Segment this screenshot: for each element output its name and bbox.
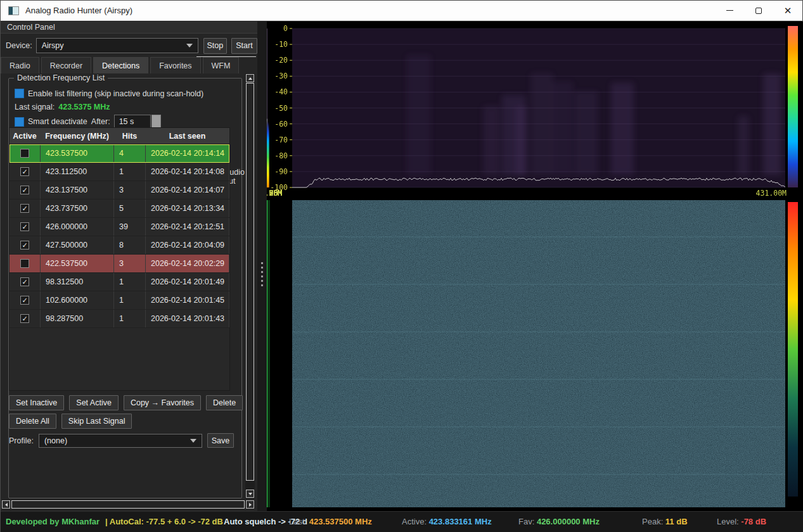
hits-cell: 1: [114, 163, 146, 180]
svg-text:-30: -30: [274, 72, 288, 80]
groupbox-title: Detection Frequency List: [14, 73, 108, 82]
column-header-3[interactable]: Last seen: [146, 128, 229, 144]
stop-button[interactable]: Stop: [203, 38, 227, 54]
after-label: After:: [91, 117, 110, 126]
delete-button[interactable]: Delete: [206, 395, 243, 410]
set-inactive-button[interactable]: Set Inactive: [9, 395, 64, 410]
horizontal-scrollbar[interactable]: [2, 500, 255, 509]
app-icon: [8, 6, 19, 15]
table-row[interactable]: ✓423.11250012026-02-14 20:14:08: [10, 163, 229, 181]
svg-text:-20: -20: [274, 56, 288, 65]
device-select[interactable]: Airspy: [36, 38, 198, 53]
active-checkbox[interactable]: ✓: [20, 222, 29, 231]
maximize-button[interactable]: [744, 1, 773, 20]
last-seen-cell: 2026-02-14 20:01:45: [146, 291, 229, 309]
arrow-up-icon: [248, 77, 252, 80]
delete-all-button[interactable]: Delete All: [9, 414, 56, 429]
svg-text:-40: -40: [274, 87, 288, 96]
hits-cell: 1: [114, 310, 146, 327]
table-row[interactable]: ✓98.28750012026-02-14 20:01:43: [10, 310, 229, 328]
table-row[interactable]: 423.53750042026-02-14 20:14:14: [10, 144, 229, 163]
svg-text:-60: -60: [274, 120, 288, 129]
scroll-down-button[interactable]: [246, 490, 254, 498]
table-row[interactable]: ✓423.73750052026-02-14 20:13:34: [10, 200, 229, 218]
tab-detections[interactable]: Detections: [93, 57, 148, 73]
status-segment: Developed by MKhanfar: [6, 517, 100, 526]
profile-select[interactable]: (none): [39, 434, 202, 448]
last-signal-label: Last signal:: [15, 103, 55, 111]
start-button[interactable]: Start: [231, 38, 257, 54]
horizontal-scroll-thumb[interactable]: [11, 500, 245, 509]
svg-text:-80: -80: [274, 151, 288, 160]
frequency-cell: 423.137500: [41, 181, 114, 199]
table-row[interactable]: ✓102.60000012026-02-14 20:01:45: [10, 291, 229, 310]
device-label: Device:: [6, 41, 32, 50]
spectrum-waterfall-display[interactable]: 0-10-20-30-40-50-60-70-80-90-100421.00M4…: [267, 22, 803, 511]
copy-favorites-button[interactable]: Copy → Favorites: [124, 395, 201, 410]
table-row[interactable]: ✓427.50000082026-02-14 20:04:09: [10, 236, 229, 255]
device-value: Airspy: [42, 41, 64, 50]
scroll-left-button[interactable]: [2, 500, 10, 509]
vertical-scrollbar[interactable]: [245, 73, 255, 498]
active-checkbox[interactable]: ✓: [20, 314, 29, 323]
tab-pane-border: [196, 56, 256, 57]
scroll-right-button[interactable]: [246, 500, 254, 509]
frequency-cell: 98.312500: [41, 273, 114, 291]
splitter-grip-icon: [261, 262, 263, 286]
after-spinner[interactable]: [151, 115, 161, 129]
app-window: Analog Radio Hunter (Airspy) ✕ Control P…: [0, 0, 803, 532]
active-checkbox[interactable]: ✓: [20, 277, 29, 286]
enable-filtering-label: Enable list filtering (skip inactive dur…: [28, 89, 203, 98]
active-checkbox[interactable]: [20, 149, 29, 158]
active-checkbox[interactable]: ✓: [20, 241, 29, 250]
close-icon: ✕: [784, 6, 792, 15]
detection-table: ActiveFrequency (MHz)HitsLast seen423.53…: [9, 127, 230, 391]
active-checkbox[interactable]: [20, 259, 29, 268]
hits-cell: 3: [114, 181, 146, 199]
close-button[interactable]: ✕: [773, 1, 802, 20]
chevron-down-icon: [190, 439, 196, 443]
spectrum-panel: 0-10-20-30-40-50-60-70-80-90-100421.00M4…: [267, 22, 803, 511]
table-row[interactable]: ✓98.31250012026-02-14 20:01:49: [10, 273, 229, 291]
status-last: Last: 423.537500 MHz: [289, 517, 372, 526]
frequency-cell: 427.500000: [41, 236, 114, 254]
vertical-scroll-thumb[interactable]: [246, 83, 254, 481]
skip-last-signal-button[interactable]: Skip Last Signal: [61, 414, 132, 429]
set-active-button[interactable]: Set Active: [69, 395, 119, 410]
after-input[interactable]: 15 s: [114, 115, 151, 129]
column-header-0[interactable]: Active: [10, 128, 41, 144]
frequency-cell: 98.287500: [41, 310, 114, 327]
control-panel: Control Panel Device: Airspy Stop Start …: [1, 22, 257, 511]
last-seen-cell: 2026-02-14 20:01:49: [146, 273, 229, 291]
last-seen-cell: 2026-02-14 20:04:09: [146, 236, 229, 254]
active-checkbox[interactable]: ✓: [20, 296, 29, 305]
tab-radio[interactable]: Radio: [1, 57, 39, 73]
tab-recorder[interactable]: Recorder: [41, 57, 91, 73]
arrow-right-icon: [249, 503, 252, 507]
svg-text:431.00M: 431.00M: [756, 189, 787, 198]
enable-filtering-checkbox[interactable]: [15, 89, 24, 98]
table-row[interactable]: ✓426.000000392026-02-14 20:12:51: [10, 218, 229, 236]
minimize-button[interactable]: [715, 1, 744, 20]
hits-cell: 8: [114, 236, 146, 254]
column-header-1[interactable]: Frequency (MHz): [41, 128, 114, 144]
active-checkbox[interactable]: ✓: [20, 204, 29, 213]
active-checkbox[interactable]: ✓: [20, 186, 29, 194]
tab-wfm[interactable]: WFM: [203, 57, 240, 73]
hits-cell: 4: [114, 144, 146, 162]
table-row[interactable]: ✓423.13750032026-02-14 20:14:07: [10, 181, 229, 200]
smart-deactivate-checkbox[interactable]: [15, 117, 24, 127]
tab-favorites[interactable]: Favorites: [150, 57, 200, 73]
table-row[interactable]: 422.53750032026-02-14 20:02:29: [10, 255, 229, 273]
status-level: Level: -78 dB: [717, 517, 766, 526]
hits-cell: 39: [114, 218, 146, 236]
active-checkbox[interactable]: ✓: [20, 167, 29, 176]
panel-splitter[interactable]: [257, 22, 267, 511]
save-button[interactable]: Save: [207, 433, 234, 448]
column-header-2[interactable]: Hits: [114, 128, 146, 144]
svg-text:-10: -10: [274, 40, 288, 49]
scroll-up-button[interactable]: [246, 74, 254, 82]
status-peak: Peak: 11 dB: [642, 517, 688, 526]
frequency-cell: 422.537500: [41, 255, 114, 272]
titlebar: Analog Radio Hunter (Airspy) ✕: [1, 1, 802, 21]
